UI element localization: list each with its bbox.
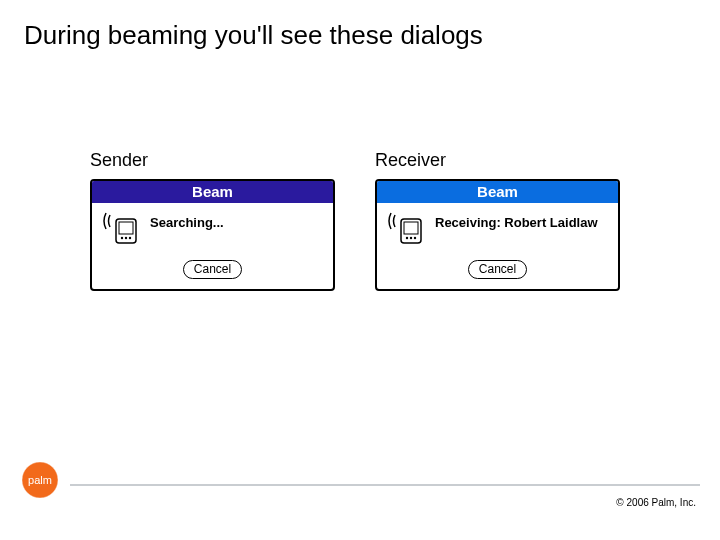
sender-label: Sender [90,150,335,171]
receiver-panel: Receiver Beam Receiving: Robert Laidlaw [375,150,620,291]
sender-panel: Sender Beam Searching... [90,150,335,291]
receiver-dialog: Beam Receiving: Robert Laidlaw C [375,179,620,291]
footer-divider [70,484,700,486]
receiver-label: Receiver [375,150,620,171]
panels-row: Sender Beam Searching... [90,150,620,291]
palm-logo-icon: palm [20,460,60,504]
sender-dialog-footer: Cancel [92,255,333,289]
receiver-dialog-body: Receiving: Robert Laidlaw [377,203,618,255]
svg-rect-6 [404,222,418,234]
svg-rect-1 [119,222,133,234]
receiver-dialog-footer: Cancel [377,255,618,289]
slide-title: During beaming you'll see these dialogs [24,20,483,51]
svg-point-9 [414,237,416,239]
beam-icon [102,211,140,249]
svg-point-3 [125,237,127,239]
sender-dialog-title: Beam [92,181,333,203]
receiver-status-text: Receiving: Robert Laidlaw [435,211,598,231]
copyright-text: © 2006 Palm, Inc. [616,497,696,508]
sender-dialog-body: Searching... [92,203,333,255]
sender-dialog: Beam Searching... Cancel [90,179,335,291]
svg-point-8 [410,237,412,239]
svg-point-4 [129,237,131,239]
receiver-dialog-title: Beam [377,181,618,203]
svg-point-7 [406,237,408,239]
receiver-cancel-button[interactable]: Cancel [468,260,527,279]
svg-point-2 [121,237,123,239]
beam-icon [387,211,425,249]
sender-status-text: Searching... [150,211,224,231]
palm-logo-text: palm [28,474,52,486]
sender-cancel-button[interactable]: Cancel [183,260,242,279]
